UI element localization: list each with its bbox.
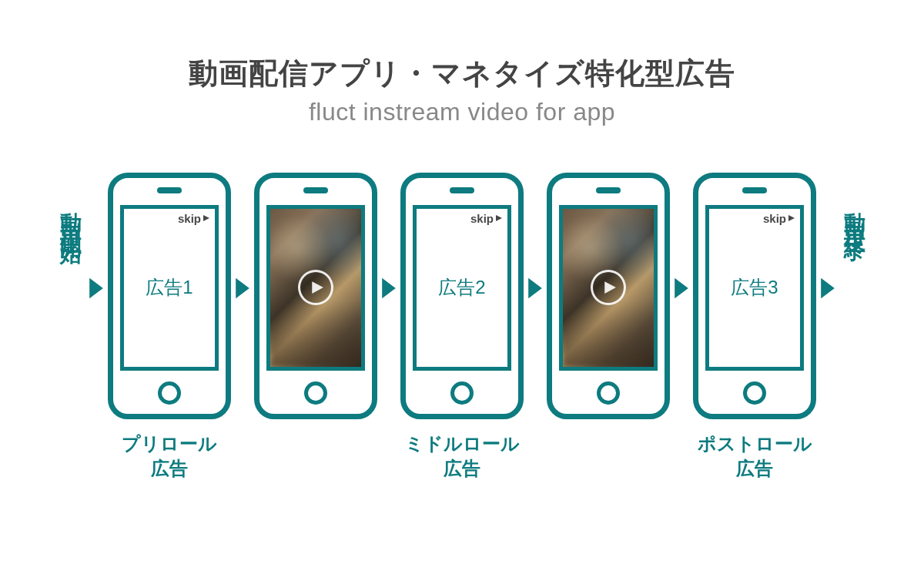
play-triangle-icon [788, 214, 795, 222]
arrow-icon [231, 173, 254, 419]
svg-marker-2 [236, 278, 249, 298]
skip-label-text: skip [178, 212, 201, 225]
phone-frame [547, 173, 670, 419]
phone-frame [254, 173, 377, 419]
arrow-icon [816, 173, 839, 419]
phone-preroll: skip 広告1 プリロール広告 [108, 173, 231, 482]
play-triangle-icon [495, 214, 503, 222]
home-button-icon [450, 381, 474, 405]
phone-speaker-icon [596, 187, 621, 193]
svg-marker-1 [203, 215, 209, 221]
arrow-icon [85, 173, 108, 419]
skip-button[interactable]: skip [763, 212, 795, 225]
play-icon [603, 281, 617, 294]
phone-frame: skip 広告1 [108, 173, 231, 419]
arrow-icon [377, 173, 400, 419]
arrow-icon [670, 173, 693, 419]
phone-content-2 [547, 173, 670, 482]
skip-button[interactable]: skip [470, 212, 503, 225]
phone-screen-video [266, 205, 365, 371]
home-button-icon [304, 381, 327, 405]
phone-midroll: skip 広告2 ミドルロール広告 [400, 173, 524, 482]
svg-marker-5 [496, 215, 502, 221]
svg-marker-10 [821, 278, 835, 298]
label-playback-end: 動画再生終了 [839, 173, 869, 419]
phone-frame: skip 広告2 [400, 173, 524, 419]
arrow-icon [524, 173, 547, 419]
title-english: fluct instream video for app [189, 98, 735, 126]
phone-frame: skip 広告3 [693, 173, 816, 419]
phone-screen: skip 広告1 [120, 205, 219, 371]
svg-marker-4 [382, 278, 396, 298]
play-triangle-icon [203, 214, 210, 222]
caption-preroll: プリロール広告 [122, 432, 217, 482]
phone-speaker-icon [157, 187, 182, 193]
home-button-icon [743, 381, 766, 405]
svg-marker-3 [312, 281, 323, 294]
phone-speaker-icon [450, 187, 474, 193]
phone-speaker-icon [303, 187, 328, 193]
caption-postroll: ポストロール広告 [698, 432, 812, 482]
flow-row: 動画再生開始 skip 広告1 プリロール広告 [55, 173, 869, 482]
skip-button[interactable]: skip [178, 212, 210, 225]
phone-screen: skip 広告3 [705, 205, 804, 371]
caption-midroll: ミドルロール広告 [405, 432, 520, 482]
home-button-icon [597, 381, 620, 405]
skip-label-text: skip [763, 212, 786, 225]
phone-speaker-icon [742, 187, 767, 193]
title-japanese: 動画配信アプリ・マネタイズ特化型広告 [189, 54, 735, 93]
title-block: 動画配信アプリ・マネタイズ特化型広告 fluct instream video … [189, 54, 735, 126]
phone-screen-video [559, 205, 658, 371]
svg-marker-8 [675, 278, 688, 298]
svg-marker-6 [528, 278, 542, 298]
home-button-icon [158, 381, 181, 405]
play-button[interactable] [298, 270, 333, 305]
ad-label: 広告3 [731, 275, 778, 300]
svg-marker-0 [89, 278, 103, 298]
skip-label-text: skip [470, 212, 494, 225]
svg-marker-9 [788, 215, 795, 221]
play-button[interactable] [591, 270, 626, 305]
label-playback-start: 動画再生開始 [55, 173, 85, 419]
svg-marker-7 [604, 281, 616, 294]
ad-label: 広告2 [438, 275, 485, 300]
phone-content-1 [254, 173, 377, 482]
ad-label: 広告1 [146, 275, 192, 300]
phone-postroll: skip 広告3 ポストロール広告 [693, 173, 816, 482]
play-icon [310, 281, 324, 294]
phone-screen: skip 広告2 [413, 205, 511, 371]
